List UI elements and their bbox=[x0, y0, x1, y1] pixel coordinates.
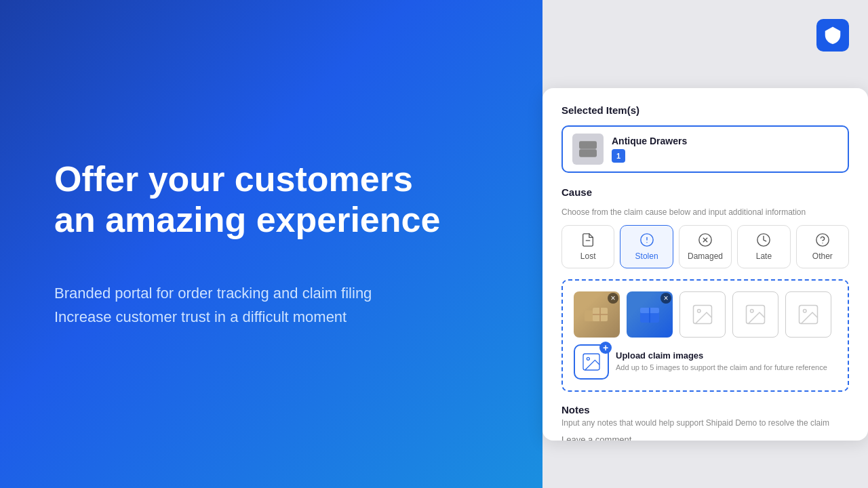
remove-image-2-button[interactable] bbox=[660, 293, 671, 304]
left-panel: Offer your customers an amazing experien… bbox=[0, 0, 542, 488]
svg-point-24 bbox=[751, 310, 754, 313]
upload-image-icon bbox=[580, 351, 602, 373]
upload-plus-icon: + bbox=[599, 342, 612, 354]
svg-point-22 bbox=[698, 310, 701, 313]
notes-input[interactable] bbox=[561, 434, 849, 441]
packages-icon bbox=[583, 304, 610, 325]
drawer-icon bbox=[577, 138, 599, 160]
notes-section: Notes Input any notes that would help su… bbox=[561, 404, 849, 441]
svg-point-26 bbox=[804, 310, 807, 313]
image-placeholder-1-icon bbox=[690, 302, 715, 327]
alert-circle-icon bbox=[639, 232, 654, 247]
item-info: Antique Drawers 1 bbox=[612, 136, 838, 163]
notes-title: Notes bbox=[561, 404, 849, 415]
cause-option-stolen[interactable]: Stolen bbox=[620, 225, 673, 268]
cause-lost-label: Lost bbox=[580, 251, 596, 261]
item-name: Antique Drawers bbox=[612, 136, 838, 146]
x-circle-icon bbox=[698, 232, 713, 247]
svg-point-12 bbox=[816, 234, 829, 246]
upload-area[interactable]: + Upload claim images Add up to 5 images… bbox=[561, 279, 849, 392]
item-quantity-badge: 1 bbox=[612, 149, 625, 163]
cause-subtitle: Choose from the claim cause below and in… bbox=[561, 207, 849, 217]
cause-option-late[interactable]: Late bbox=[737, 225, 790, 268]
headline: Offer your customers an amazing experien… bbox=[54, 159, 448, 241]
item-thumbnail bbox=[572, 134, 604, 165]
upload-action[interactable]: + Upload claim images Add up to 5 images… bbox=[574, 344, 837, 380]
cause-option-lost[interactable]: Lost bbox=[561, 225, 614, 268]
svg-point-28 bbox=[587, 357, 589, 360]
cause-stolen-label: Stolen bbox=[635, 251, 658, 261]
image-placeholder-3-icon bbox=[796, 302, 821, 327]
cause-other-label: Other bbox=[812, 251, 833, 261]
subtext: Branded portal for order tracking and cl… bbox=[54, 281, 448, 329]
upload-preview-2 bbox=[627, 291, 673, 338]
cause-title: Cause bbox=[561, 186, 849, 198]
cause-section: Cause Choose from the claim cause below … bbox=[561, 186, 849, 268]
document-icon bbox=[580, 232, 595, 247]
blue-box-icon bbox=[637, 302, 662, 327]
upload-placeholder-2 bbox=[732, 291, 778, 338]
clock-icon bbox=[756, 232, 771, 247]
selected-items-title: Selected Item(s) bbox=[561, 104, 849, 116]
upload-icon-box[interactable]: + bbox=[574, 344, 609, 380]
image-placeholder-2-icon bbox=[743, 302, 768, 327]
help-circle-icon bbox=[815, 232, 830, 247]
logo-icon bbox=[816, 19, 849, 52]
upload-placeholder-3 bbox=[785, 291, 831, 338]
upload-desc: Add up to 5 images to support the claim … bbox=[616, 363, 827, 373]
cause-options: Lost Stolen bbox=[561, 225, 849, 268]
cause-late-label: Late bbox=[756, 251, 772, 261]
cause-damaged-label: Damaged bbox=[688, 251, 723, 261]
notes-subtitle: Input any notes that would help support … bbox=[561, 418, 849, 428]
shipaid-logo-icon bbox=[823, 25, 843, 45]
upload-placeholder-1 bbox=[679, 291, 726, 338]
remove-image-1-button[interactable] bbox=[608, 293, 618, 304]
claim-card: Selected Item(s) Antique Drawers 1 Cause… bbox=[542, 88, 868, 441]
upload-title: Upload claim images bbox=[616, 350, 827, 361]
subtext-line2: Increase customer trust in a difficult m… bbox=[54, 308, 347, 325]
upload-text: Upload claim images Add up to 5 images t… bbox=[616, 350, 827, 373]
cause-option-damaged[interactable]: Damaged bbox=[679, 225, 732, 268]
right-panel: Selected Item(s) Antique Drawers 1 Cause… bbox=[542, 0, 868, 488]
upload-preview-1 bbox=[574, 291, 620, 338]
cause-option-other[interactable]: Other bbox=[796, 225, 849, 268]
subtext-line1: Branded portal for order tracking and cl… bbox=[54, 285, 372, 302]
selected-item-box: Antique Drawers 1 bbox=[561, 125, 849, 173]
